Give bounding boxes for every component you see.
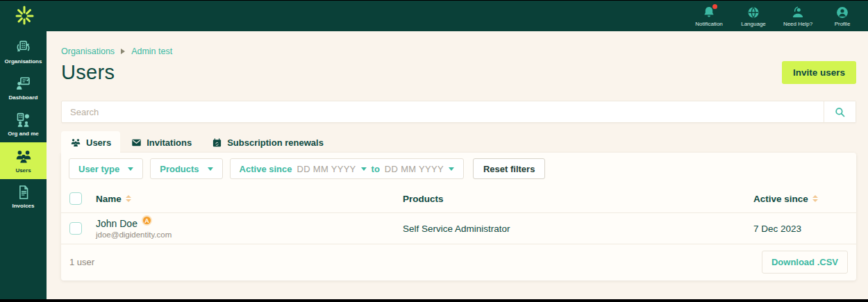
user-count-label: 1 user [69,257,94,267]
select-all-checkbox[interactable] [69,192,82,205]
search-submit-button[interactable] [824,101,856,122]
sidebar-item-invoices[interactable]: Invoices [0,179,47,215]
globe-icon [746,5,760,19]
app-body: Organisations Dashboard [0,31,868,299]
topbar-action-label: Profile [835,21,851,27]
sidebar-item-organisations[interactable]: Organisations [0,34,47,70]
date-from-field[interactable]: DD MM YYYY [297,164,356,174]
breadcrumb-admin-test[interactable]: Admin test [131,47,172,56]
envelope-icon [131,137,142,148]
products-filter-dropdown[interactable]: Products [150,158,222,179]
breadcrumb: Organisations Admin test [61,47,856,56]
user-products-cell: Self Service Administrator [403,224,748,234]
digidentity-logo[interactable] [12,4,36,28]
user-email: jdoe@digidentity.com [96,230,397,239]
profile-icon [835,5,849,19]
user-name[interactable]: John Doe [96,218,137,229]
search-icon [834,106,846,118]
org-and-me-icon [15,111,32,128]
notification-button[interactable]: Notification [690,5,728,27]
active-since-filter-label: Active since [240,164,292,174]
table-footer: 1 user Download .CSV [61,244,856,280]
chevron-down-icon [128,167,133,171]
sidebar-item-label: Org and me [8,131,38,137]
users-group-icon [70,137,81,148]
reset-filters-button[interactable]: Reset filters [473,158,545,179]
starburst-logo-icon [14,6,35,26]
dashboard-icon [15,75,32,92]
topbar-action-label: Language [741,21,766,27]
tab-label: Subscription renewals [227,137,324,148]
sidebar-item-label: Organisations [5,58,42,65]
column-header-products: Products [403,194,748,204]
help-desk-icon [791,5,805,19]
notification-alert-dot [712,4,717,9]
app-window: Notification Language [0,1,868,299]
active-since-date-range-filter[interactable]: Active since DD MM YYYY to DD MM YYYY [230,158,464,179]
chevron-down-icon [449,167,454,171]
sidebar-item-dashboard[interactable]: Dashboard [0,70,47,106]
breadcrumb-organisations[interactable]: Organisations [61,47,115,56]
sidebar-item-org-and-me[interactable]: Org and me [0,106,47,142]
tab-invitations[interactable]: Invitations [122,131,201,153]
user-name-cell: John Doe A jdoe@digidentity.com [96,218,397,239]
main-content: Organisations Admin test Users Invite us… [47,31,868,299]
profile-button[interactable]: Profile [824,5,861,27]
download-csv-button[interactable]: Download .CSV [762,251,848,274]
user-type-filter-dropdown[interactable]: User type [69,158,143,179]
tab-users[interactable]: Users [61,131,120,153]
search-bar [61,101,856,123]
topbar-action-label: Need Help? [783,21,812,27]
top-bar: Notification Language [0,1,868,31]
chevron-down-icon [361,167,367,171]
bell-icon [702,5,716,19]
chevron-down-icon [208,167,213,171]
filters-row: User type Products Active since DD MM YY… [61,153,856,185]
sort-icon [812,195,818,202]
filter-label: Products [160,164,199,174]
date-range-to-label: to [372,164,380,174]
admin-badge: A [142,215,152,226]
tab-bar: Users Invitations [61,131,856,153]
search-input[interactable] [62,101,824,122]
title-row: Users Invite users [61,58,856,86]
topbar-action-label: Notification [695,21,723,27]
sidebar-nav: Organisations Dashboard [0,31,47,299]
sidebar-item-label: Invoices [12,203,34,209]
table-header-row: Name Products Active since [61,185,856,213]
screenshot-frame: Notification Language [0,0,868,302]
topbar-actions: Notification Language [690,5,861,27]
calendar-renew-icon [212,137,222,148]
column-header-active-since[interactable]: Active since [753,194,848,204]
tab-label: Invitations [147,137,192,148]
row-checkbox[interactable] [69,222,82,235]
table-row: John Doe A jdoe@digidentity.com Self Ser… [61,213,856,244]
breadcrumb-separator-icon [121,49,125,54]
users-icon [15,147,33,165]
invite-users-button[interactable]: Invite users [782,61,856,84]
page-title: Users [61,61,115,84]
users-table-card: User type Products Active since DD MM YY… [61,153,856,280]
tab-subscription-renewals[interactable]: Subscription renewals [203,131,333,153]
language-button[interactable]: Language [735,5,772,27]
tab-label: Users [86,137,111,148]
organisations-icon [15,39,32,56]
date-to-field[interactable]: DD MM YYYY [385,164,444,174]
column-header-name[interactable]: Name [96,194,397,204]
sidebar-item-label: Users [15,167,31,174]
sidebar-item-users[interactable]: Users [0,142,47,179]
user-active-since-cell: 7 Dec 2023 [753,224,848,234]
sidebar-item-label: Dashboard [9,94,38,101]
need-help-button[interactable]: Need Help? [779,5,817,27]
filter-label: User type [78,164,119,174]
invoices-icon [15,184,32,201]
sort-icon [126,195,131,202]
